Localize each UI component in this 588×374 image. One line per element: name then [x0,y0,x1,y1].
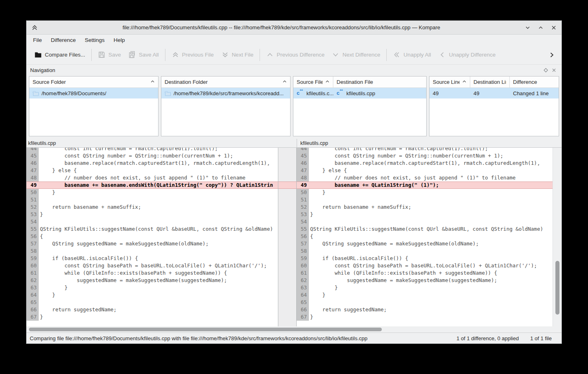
connector-line [278,174,296,182]
line-number: 54 [297,218,309,225]
vertical-scrollbar[interactable] [553,148,562,326]
window-title: file:///home/fhek789/Documents/kfileutil… [39,24,524,31]
code-line: 47 } else { [297,167,553,174]
differences-pane: Source Line Destination Line Difference … [429,76,559,136]
vertical-scrollbar-thumb[interactable] [555,261,559,315]
source-file-column-header[interactable]: Source File [293,77,333,87]
line-text: const QString basePath = baseURL.toLocal… [39,262,278,269]
code-line: 62 suggestedName = makeSuggestedName(sug… [297,277,553,284]
menu-help[interactable]: Help [110,36,129,44]
destination-folder-row[interactable]: /home/fhek789/kde/src/frameworks/kcoread… [161,88,290,98]
line-text: while (QFileInfo::exists(basePath + sugg… [39,269,278,277]
line-text: return basename + nameSuffix; [309,203,553,211]
code-line: 55QString KFileUtils::suggestName(const … [297,225,553,233]
line-text: } [309,291,553,299]
line-number: 53 [26,211,39,218]
source-folder-row[interactable]: /home/fhek789/Documents/ [29,88,158,98]
destination-folder-column-header[interactable]: Destination Folder [161,77,290,87]
line-text: } [309,313,553,321]
line-number: 62 [297,277,309,284]
close-panel-icon[interactable] [550,66,558,74]
previous-file-button[interactable]: Previous File [168,48,218,62]
connector-line [278,211,296,218]
code-line: 63 } [26,284,278,291]
unapply-all-button[interactable]: Unapply All [389,48,435,62]
close-icon[interactable] [550,24,557,31]
line-number: 67 [297,313,309,321]
line-number: 66 [26,306,39,313]
connector-line [278,299,296,306]
diff-connector [278,148,297,326]
navigation-panel: Navigation Source Folder [26,65,562,139]
unapply-difference-button[interactable]: Unapply Difference [435,48,500,62]
line-text [309,218,553,225]
line-number: 46 [26,160,39,167]
chevron-up-icon [266,51,274,59]
line-number: 46 [297,160,309,167]
save-button[interactable]: Save [94,48,125,62]
cpp-file-icon: c++ [297,90,304,96]
save-icon [98,51,106,59]
files-row[interactable]: c++ kfileutils.c... c++ kfileutils.cpp [293,88,426,98]
connector-line [278,269,296,277]
horizontal-scrollbar[interactable] [26,326,562,332]
menu-difference[interactable]: Difference [47,36,80,44]
difference-row[interactable]: 49 49 Changed 1 line [429,88,559,98]
code-line: 55QString KFileUtils::suggestName(const … [26,225,278,233]
line-text: } [39,291,278,299]
destination-line-column-header[interactable]: Destination Line [470,77,510,87]
line-number: 53 [297,211,309,218]
line-number: 64 [297,291,309,299]
connector-line [278,277,296,284]
source-line-column-header[interactable]: Source Line [429,77,470,87]
source-folder-column-header[interactable]: Source Folder [29,77,158,87]
line-number: 52 [297,203,309,211]
compare-files-button[interactable]: Compare Files... [31,48,89,62]
toolbar-overflow-button[interactable] [546,49,557,61]
changed-code-line[interactable]: 49 basename += QLatin1String(" (1)"); [297,182,553,189]
code-line: 57 QString suggestedName = makeSuggested… [26,240,278,247]
destination-file-column-header[interactable]: Destination File [333,77,426,87]
menu-file[interactable]: File [29,36,46,44]
next-difference-button[interactable]: Next Difference [328,48,384,62]
menu-settings[interactable]: Settings [81,36,109,44]
connector-line [278,203,296,211]
line-text [39,299,278,306]
double-chevron-left-icon [393,51,401,59]
difference-column-header[interactable]: Difference [510,77,559,87]
float-panel-icon[interactable] [542,66,550,74]
connector-line [278,148,296,152]
line-text: QString KFileUtils::suggestName(const QU… [39,225,278,233]
folder-icon [33,90,39,96]
sort-ascending-icon [325,79,330,85]
code-line: 50 } [26,189,278,196]
previous-difference-button[interactable]: Previous Difference [262,48,328,62]
line-number: 48 [26,174,39,182]
shade-window-icon[interactable] [31,24,39,32]
horizontal-scrollbar-thumb[interactable] [29,328,382,331]
minimize-icon[interactable] [524,24,531,31]
line-text: const int currentNum = rmatch.captured(1… [309,148,553,152]
connector-line [278,189,296,196]
line-number: 56 [26,233,39,240]
code-line: 64 } [297,291,553,299]
code-line: 61 while (QFileInfo::exists(basePath + s… [297,269,553,277]
code-line: 45 const QString number = QString::numbe… [26,152,278,160]
diff-view: kfileutils.cpp kfileutils.cpp 44 const i… [26,139,562,332]
connector-line [278,225,296,233]
line-text: QString KFileUtils::suggestName(const QU… [309,225,553,233]
maximize-icon[interactable] [537,24,544,31]
status-comparing-text: Comparing file file:///home/fhek789/Docu… [30,335,445,341]
save-all-button[interactable]: Save All [125,48,163,62]
code-line: 65 [297,299,553,306]
line-text [39,247,278,255]
next-file-button[interactable]: Next File [218,48,257,62]
changed-code-line[interactable]: 49 basename += basename.endsWith(QLatin1… [26,182,278,189]
line-text: if (baseURL.isLocalFile()) { [309,255,553,262]
line-text: { [309,233,553,240]
code-line: 44 const int currentNum = rmatch.capture… [297,148,553,152]
line-text: basename += basename.endsWith(QLatin1Str… [39,182,278,189]
titlebar[interactable]: file:///home/fhek789/Documents/kfileutil… [26,21,562,35]
line-text: } else { [39,167,278,174]
line-number: 63 [26,284,39,291]
